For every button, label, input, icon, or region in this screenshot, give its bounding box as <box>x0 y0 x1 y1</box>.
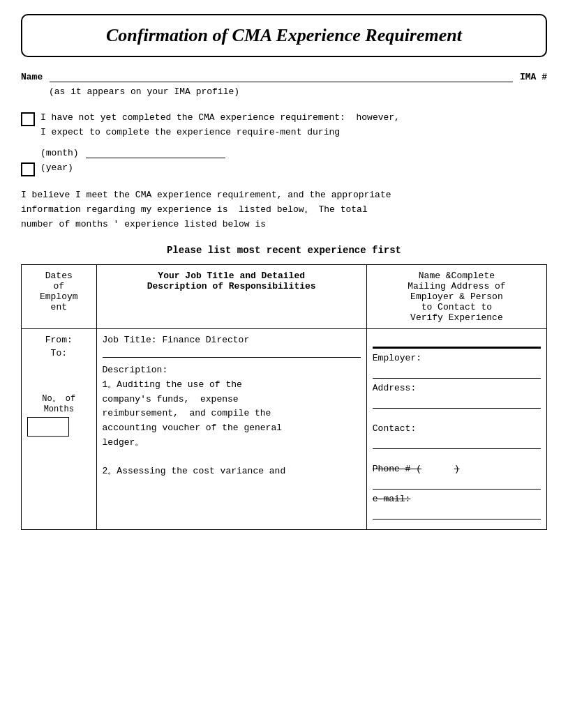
month-field[interactable] <box>86 146 225 158</box>
dates-cell: From: To: No。 ofMonths <box>22 328 97 529</box>
phone-label: Phone # ( ) <box>373 464 541 474</box>
checkbox1-text: I have not yet completed the CMA experie… <box>40 111 400 140</box>
checkbox2[interactable] <box>21 162 35 176</box>
contact-label: Contact: <box>373 423 541 434</box>
header-dates: DatesofEmployment <box>22 264 97 328</box>
employer-field[interactable] <box>373 365 541 379</box>
address-field[interactable] <box>373 395 541 409</box>
name-field[interactable] <box>50 70 513 82</box>
no-months-label: No。 ofMonths <box>27 393 91 414</box>
no-months-field[interactable] <box>27 417 69 437</box>
employer-label: Employer: <box>373 353 541 363</box>
month-label: (month) <box>40 148 79 158</box>
job-title-underline <box>103 345 361 358</box>
year-label: (year) <box>40 161 73 176</box>
job-title: Job Title: Finance Director <box>103 335 361 345</box>
email-label: e-mail: <box>373 494 541 504</box>
table-row: From: To: No。 ofMonths Job Title: Financ… <box>22 328 547 529</box>
to-label: To: <box>27 348 91 358</box>
address-label: Address: <box>373 383 541 393</box>
experience-table: DatesofEmployment Your Job Title and Det… <box>21 264 547 530</box>
page-title: Confirmation of CMA Experience Requireme… <box>36 25 532 46</box>
header-job: Your Job Title and DetailedDescription o… <box>96 264 366 328</box>
employer-cell: Employer: Address: Contact: Phone # ( ) … <box>366 328 546 529</box>
checkbox1[interactable] <box>21 112 35 126</box>
contact-field[interactable] <box>373 435 541 449</box>
header-employer: Name &CompleteMailing Address ofEmployer… <box>366 264 546 328</box>
name-label: Name <box>21 72 43 82</box>
desc-label: Description: <box>103 365 168 375</box>
title-box: Confirmation of CMA Experience Requireme… <box>21 14 547 57</box>
job-cell: Job Title: Finance Director Description:… <box>96 328 366 529</box>
top-line <box>373 335 541 349</box>
phone-field[interactable] <box>373 476 541 490</box>
email-field[interactable] <box>373 506 541 520</box>
ima-label: IMA # <box>520 72 547 82</box>
please-list-note: Please list most recent experience first <box>21 245 547 256</box>
from-label: From: <box>27 335 91 345</box>
belief-section: I believe I meet the CMA experience requ… <box>21 188 547 232</box>
job-description: Description: 1。Auditing the use of the c… <box>103 363 361 479</box>
profile-note: (as it appears on your IMA profile) <box>49 86 547 97</box>
